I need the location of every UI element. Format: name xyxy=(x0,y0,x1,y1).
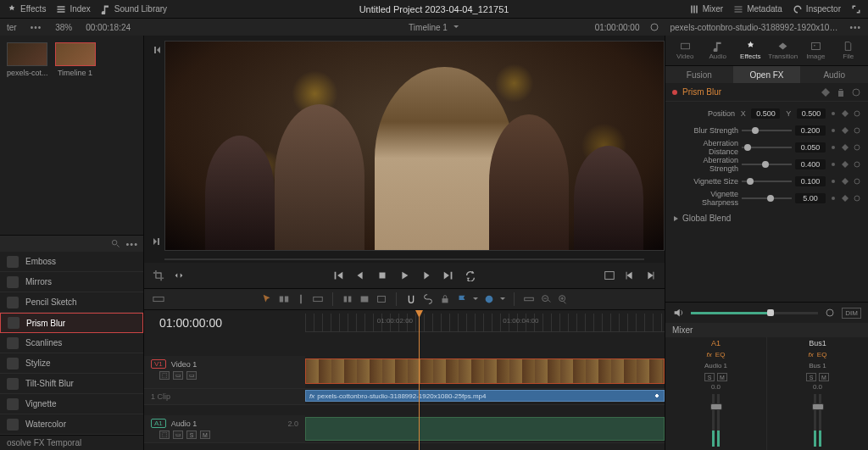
ch-fader[interactable] xyxy=(767,391,868,450)
fx-trash-icon[interactable] xyxy=(836,87,846,97)
param-value-4[interactable]: 5.00 xyxy=(795,193,826,203)
inspector-tab-file[interactable]: File xyxy=(832,41,865,60)
next-edit-icon[interactable] xyxy=(644,269,656,281)
inspector-tab-transition[interactable]: Transition xyxy=(767,41,800,60)
inspector-subtab-audio[interactable]: Audio xyxy=(800,66,868,83)
viewer[interactable] xyxy=(164,41,665,251)
pos-kf2-icon[interactable] xyxy=(841,109,849,118)
param-kf-1[interactable] xyxy=(829,143,837,152)
step-back-icon[interactable] xyxy=(354,269,366,281)
ripple-tool-icon[interactable] xyxy=(312,293,324,305)
inspector-tab-image[interactable]: Image xyxy=(799,41,832,60)
mark-out-icon[interactable] xyxy=(153,237,161,246)
zoom-in-icon[interactable] xyxy=(557,293,569,305)
video-track-head[interactable]: V1Video 1 ⬚▭▭ xyxy=(144,356,305,388)
loop-icon[interactable] xyxy=(465,269,476,281)
flag-icon[interactable] xyxy=(456,293,468,305)
mute-icon[interactable]: M xyxy=(200,431,210,439)
snap-icon[interactable] xyxy=(405,293,417,305)
ch-solo[interactable]: S xyxy=(806,373,816,381)
param-value-1[interactable]: 0.050 xyxy=(795,142,826,153)
param-kf2-3[interactable] xyxy=(841,177,849,186)
ch-mute[interactable]: M xyxy=(819,373,829,381)
marker-chevron-icon[interactable] xyxy=(500,297,505,302)
volume-slider[interactable] xyxy=(691,312,818,314)
insert-icon[interactable] xyxy=(342,293,353,305)
fx-reset-icon[interactable] xyxy=(851,87,861,97)
tab-metadata[interactable]: Metadata xyxy=(733,4,782,14)
mark-in-icon[interactable] xyxy=(153,46,161,54)
param-slider-4[interactable] xyxy=(742,197,792,199)
param-kf-3[interactable] xyxy=(829,177,837,186)
fx-item-scanlines[interactable]: Scanlines xyxy=(0,333,143,353)
param-value-0[interactable]: 0.200 xyxy=(795,125,826,136)
param-reset-1[interactable] xyxy=(853,143,861,152)
param-value-2[interactable]: 0.400 xyxy=(795,159,826,169)
param-reset-2[interactable] xyxy=(853,160,861,169)
viewer-scrubber[interactable] xyxy=(164,258,644,260)
fx-keyframe-icon[interactable] xyxy=(821,87,831,97)
inspector-tab-video[interactable]: Video xyxy=(669,41,702,60)
fx-item-mirrors[interactable]: Mirrors xyxy=(0,272,143,292)
zoom-slider-icon[interactable] xyxy=(523,293,535,305)
expand-icon[interactable] xyxy=(851,4,861,14)
inspector-subtab-open-fx[interactable]: Open FX xyxy=(733,66,801,83)
visible-icon[interactable]: ▭ xyxy=(186,371,197,380)
solo-icon[interactable]: S xyxy=(186,431,197,439)
ch-mute[interactable]: M xyxy=(717,373,727,381)
audio-track-head[interactable]: A1Audio 12.0 ⬚▭SM xyxy=(144,415,305,442)
fx-item-prism-blur[interactable]: Prism Blur xyxy=(0,313,143,333)
step-fwd-icon[interactable] xyxy=(420,269,432,281)
ch-fader[interactable] xyxy=(665,391,766,450)
param-kf2-2[interactable] xyxy=(841,160,849,169)
param-reset-3[interactable] xyxy=(853,177,861,186)
flag-chevron-icon[interactable] xyxy=(473,297,478,302)
param-slider-0[interactable] xyxy=(742,130,792,131)
param-slider-3[interactable] xyxy=(742,181,792,182)
marker-icon[interactable] xyxy=(483,293,495,305)
match-frame-icon[interactable] xyxy=(604,269,615,281)
clip-options-icon[interactable]: ••• xyxy=(849,23,861,32)
fx-item-stylize[interactable]: Stylize xyxy=(0,353,143,374)
timeline-view-icon[interactable] xyxy=(153,293,164,305)
inspector-tab-audio[interactable]: Audio xyxy=(702,41,735,60)
jump-start-icon[interactable] xyxy=(332,269,344,281)
param-value-3[interactable]: 0.100 xyxy=(795,176,826,186)
search-icon[interactable] xyxy=(111,239,120,248)
param-kf-4[interactable] xyxy=(829,194,837,203)
fx-item-vignette[interactable]: Vignette xyxy=(0,394,143,414)
nav-arrows-icon[interactable] xyxy=(173,269,185,281)
param-reset-4[interactable] xyxy=(853,194,861,203)
chevron-down-icon[interactable] xyxy=(453,24,459,31)
lock-icon[interactable] xyxy=(439,293,451,305)
fx-item-watercolor[interactable]: Watercolor xyxy=(0,414,143,435)
position-x[interactable]: 0.500 xyxy=(751,108,780,119)
dim-button[interactable]: DIM xyxy=(842,308,861,319)
ch-solo[interactable]: S xyxy=(704,373,715,381)
jump-end-icon[interactable] xyxy=(442,269,454,281)
zoom-out-icon[interactable] xyxy=(540,293,552,305)
ch-type[interactable]: Bus 1 xyxy=(805,360,829,371)
v1-badge[interactable]: V1 xyxy=(151,359,166,369)
viewer-zoom[interactable]: 38% xyxy=(55,23,72,32)
mute-toggle-icon[interactable] xyxy=(825,308,835,318)
param-kf2-4[interactable] xyxy=(841,194,849,203)
prev-edit-icon[interactable] xyxy=(624,269,636,281)
tab-inspector[interactable]: Inspector xyxy=(793,4,841,14)
tab-index[interactable]: Index xyxy=(56,4,90,14)
fx-category[interactable]: osolve FX Temporal xyxy=(0,435,143,450)
param-slider-1[interactable] xyxy=(742,147,792,148)
param-kf-0[interactable] xyxy=(829,126,837,135)
param-kf2-1[interactable] xyxy=(841,143,849,152)
lock-track-icon[interactable]: ⬚ xyxy=(159,371,170,380)
trim-tool-icon[interactable] xyxy=(278,293,290,305)
fx-enable-dot[interactable] xyxy=(672,90,677,95)
audio-auto-icon[interactable]: ▭ xyxy=(173,431,183,439)
stop-icon[interactable] xyxy=(376,269,388,281)
auto-select-icon[interactable]: ▭ xyxy=(173,371,183,380)
tab-effects[interactable]: Effects xyxy=(7,4,46,14)
tab-sound-library[interactable]: Sound Library xyxy=(101,4,167,14)
position-y[interactable]: 0.500 xyxy=(797,108,826,119)
timeline-ruler[interactable]: 01:00:02:00 01:00:04:00 xyxy=(305,314,665,332)
fx-search-options[interactable]: ••• xyxy=(125,239,138,249)
